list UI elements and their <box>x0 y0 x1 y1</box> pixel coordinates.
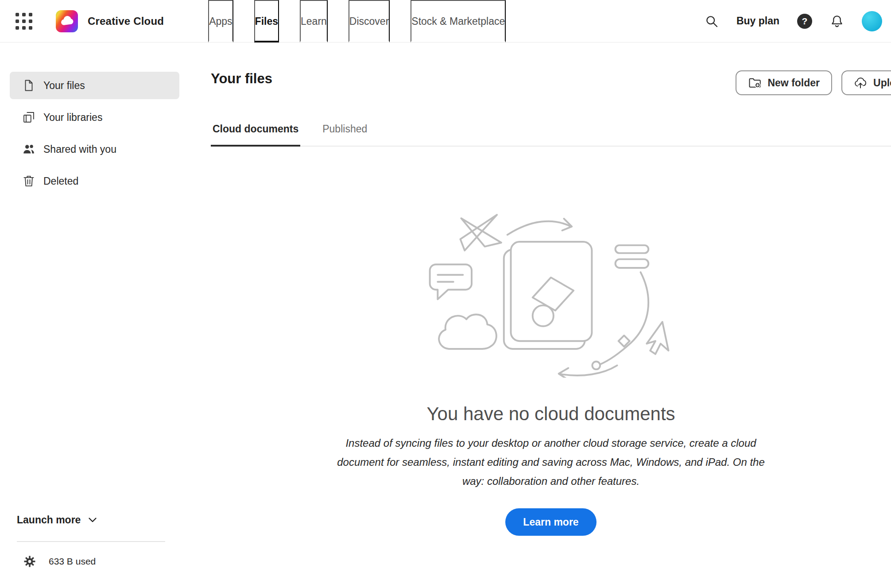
sidebar-item-shared-with-you[interactable]: Shared with you <box>10 135 179 163</box>
sidebar-divider <box>17 541 165 542</box>
upload-cloud-icon <box>854 76 867 89</box>
help-icon[interactable]: ? <box>797 14 812 29</box>
sidebar-item-deleted[interactable]: Deleted <box>10 167 179 195</box>
new-folder-label: New folder <box>767 77 820 89</box>
tab-cloud-documents[interactable]: Cloud documents <box>211 123 300 147</box>
file-icon <box>22 79 35 92</box>
primary-nav: Apps Files Learn Discover Stock & Market… <box>208 0 506 43</box>
nav-apps[interactable]: Apps <box>208 0 233 43</box>
upload-button[interactable]: Upload <box>841 70 891 95</box>
empty-state-description: Instead of syncing files to your desktop… <box>329 433 772 491</box>
new-folder-button[interactable]: New folder <box>736 70 832 95</box>
header-actions: New folder Upload <box>736 70 891 95</box>
user-avatar[interactable] <box>862 11 882 31</box>
empty-state: You have no cloud documents Instead of s… <box>211 212 891 536</box>
nav-discover[interactable]: Discover <box>349 0 390 43</box>
upload-label: Upload <box>873 77 891 89</box>
app-grid-icon[interactable] <box>15 12 33 30</box>
sidebar-bottom: Launch more 633 B used <box>17 510 165 588</box>
brand[interactable]: Creative Cloud <box>56 10 164 32</box>
launch-more-label: Launch more <box>17 514 81 526</box>
buy-plan-button[interactable]: Buy plan <box>736 15 779 27</box>
creative-cloud-logo-icon <box>56 10 78 32</box>
sidebar-item-label: Deleted <box>43 175 78 187</box>
sidebar-item-label: Shared with you <box>43 143 116 155</box>
sidebar-item-label: Your libraries <box>43 112 102 124</box>
new-folder-icon <box>748 76 761 89</box>
people-icon <box>22 143 35 156</box>
sidebar-item-label: Your files <box>43 80 85 92</box>
sidebar-item-your-files[interactable]: Your files <box>10 72 179 99</box>
nav-learn[interactable]: Learn <box>300 0 328 43</box>
topbar: Creative Cloud Apps Files Learn Discover… <box>0 0 891 43</box>
search-icon[interactable] <box>705 14 719 28</box>
sidebar-item-your-libraries[interactable]: Your libraries <box>10 104 179 131</box>
brand-name: Creative Cloud <box>88 15 164 27</box>
nav-stock-marketplace[interactable]: Stock & Marketplace <box>411 0 506 43</box>
tab-published[interactable]: Published <box>321 123 369 147</box>
sidebar-list: Your files Your libraries Shared with yo… <box>0 72 180 195</box>
empty-state-illustration <box>420 212 682 378</box>
chevron-down-icon <box>87 514 98 525</box>
tabs: Cloud documents Published <box>211 123 891 147</box>
sidebar: Your files Your libraries Shared with yo… <box>0 43 180 588</box>
cloud-glyph <box>59 14 74 29</box>
learn-more-button[interactable]: Learn more <box>505 508 596 536</box>
launch-more-button[interactable]: Launch more <box>17 510 98 530</box>
nav-files[interactable]: Files <box>254 0 279 43</box>
topbar-actions: Buy plan ? <box>705 11 885 31</box>
empty-state-heading: You have no cloud documents <box>211 403 891 425</box>
gear-icon[interactable] <box>23 555 36 568</box>
trash-icon <box>22 174 35 188</box>
main-content: Your files New folder Upload Cloud docum… <box>180 43 891 588</box>
storage-used-text: 633 B used <box>49 556 96 567</box>
libraries-icon <box>22 111 35 124</box>
notifications-bell-icon[interactable] <box>830 14 844 28</box>
storage-row: 633 B used <box>23 553 165 570</box>
help-glyph: ? <box>802 16 808 27</box>
